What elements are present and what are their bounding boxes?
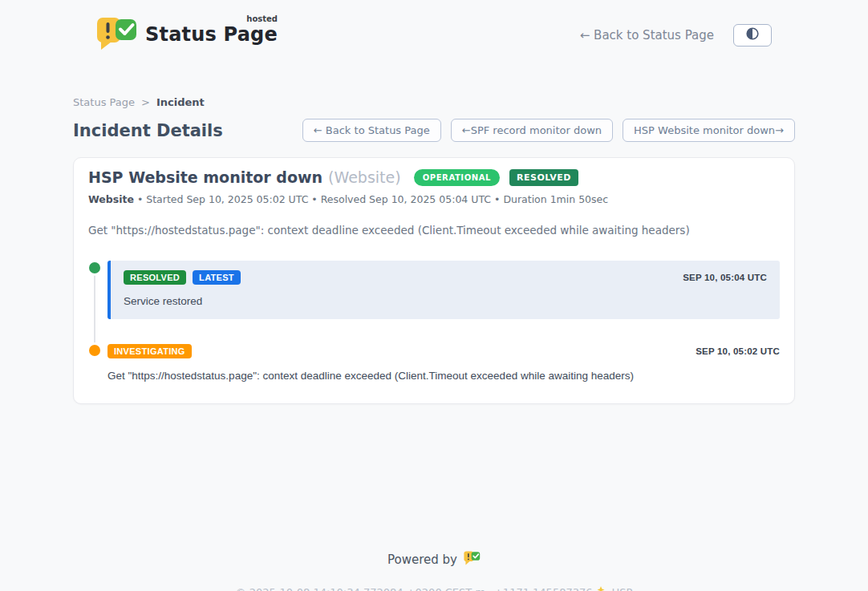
timeline-entry-resolved: RESOLVED LATEST SEP 10, 05:04 UTC Servic… (88, 261, 780, 319)
header-back-to-status-link[interactable]: ← Back to Status Page (580, 28, 714, 43)
incident-timeline: RESOLVED LATEST SEP 10, 05:04 UTC Servic… (88, 261, 780, 382)
resolved-badge: RESOLVED (124, 270, 186, 285)
copyright-text: © 2025-10-08 14:10:34.772084 +0200 CEST … (236, 586, 593, 591)
timeline-resolved-box: RESOLVED LATEST SEP 10, 05:04 UTC Servic… (107, 261, 780, 319)
timeline-timestamp: SEP 10, 05:04 UTC (683, 273, 767, 282)
incident-card: HSP Website monitor down (Website) OPERA… (73, 157, 795, 404)
operational-status-badge: OPERATIONAL (414, 169, 500, 186)
breadcrumb: Status Page > Incident (73, 96, 795, 108)
investigating-badge: INVESTIGATING (107, 344, 192, 358)
logo-speech-bubble-icon (96, 17, 138, 53)
timeline-message: Get "https://hostedstatus.page": context… (107, 370, 780, 382)
next-incident-button[interactable]: HSP Website monitor down→ (623, 119, 795, 142)
breadcrumb-status-page[interactable]: Status Page (73, 96, 135, 108)
timeline-entry-investigating: INVESTIGATING SEP 10, 05:02 UTC Get "htt… (88, 344, 780, 382)
incident-description: Get "https://hostedstatus.page": context… (88, 224, 780, 237)
logo-hosted-label: hosted (246, 14, 278, 23)
sparkle-icon (597, 585, 608, 591)
incident-nav-buttons: ← Back to Status Page ←SPF record monito… (302, 119, 795, 142)
breadcrumb-incident: Incident (156, 96, 205, 108)
timeline-timestamp: SEP 10, 05:02 UTC (696, 346, 780, 356)
powered-by-label: Powered by (387, 553, 457, 567)
site-logo[interactable]: Status Page hosted (96, 17, 278, 53)
latest-badge: LATEST (193, 270, 241, 285)
resolved-status-badge: RESOLVED (509, 169, 578, 186)
main-content: Status Page > Incident Incident Details … (73, 58, 795, 404)
half-circle-contrast-icon (745, 26, 760, 43)
incident-component: (Website) (328, 168, 401, 186)
incident-meta: Website • Started Sep 10, 2025 05:02 UTC… (88, 193, 780, 205)
copyright-brand: HSP (612, 586, 633, 591)
back-to-status-page-button[interactable]: ← Back to Status Page (302, 119, 441, 142)
powered-by: Powered by (387, 551, 481, 569)
incident-meta-details: • Started Sep 10, 2025 05:02 UTC • Resol… (134, 193, 608, 205)
incident-title: HSP Website monitor down (88, 168, 322, 186)
mini-logo-icon (464, 551, 481, 569)
site-footer: Powered by © 2025-10-08 14:10:34.772084 … (0, 551, 868, 591)
page-title: Incident Details (73, 121, 223, 140)
prev-incident-button[interactable]: ←SPF record monitor down (451, 119, 613, 142)
logo-text: Status Page (145, 23, 278, 46)
theme-toggle-button[interactable] (733, 24, 772, 47)
timeline-dot-investigating (89, 345, 100, 356)
copyright-line: © 2025-10-08 14:10:34.772084 +0200 CEST … (0, 585, 868, 591)
timeline-dot-resolved (89, 262, 100, 273)
timeline-message: Service restored (124, 295, 767, 307)
site-header: Status Page hosted ← Back to Status Page (0, 0, 868, 58)
incident-meta-component: Website (88, 193, 134, 205)
breadcrumb-separator: > (141, 96, 150, 108)
